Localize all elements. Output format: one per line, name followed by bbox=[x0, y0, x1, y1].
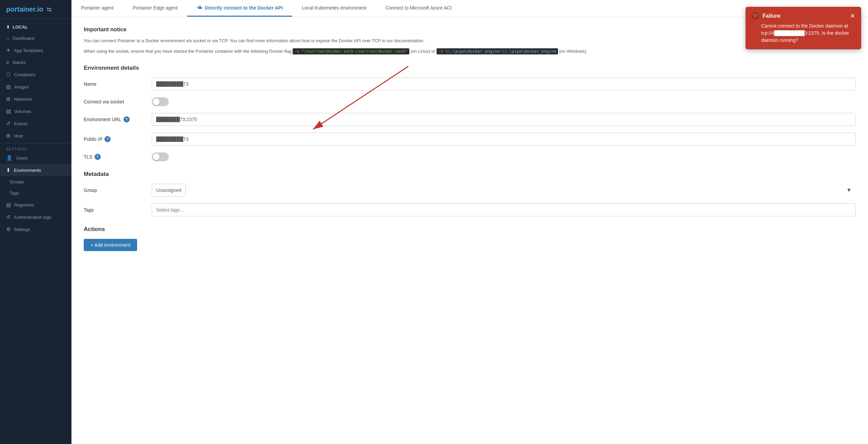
connect-socket-toggle[interactable] bbox=[152, 97, 169, 106]
sidebar-item-auth-logs[interactable]: ↺ Authentication logs bbox=[0, 211, 71, 223]
public-ip-input[interactable] bbox=[152, 133, 856, 146]
env-details-title: Environment details bbox=[84, 65, 856, 71]
logo-text: portainer.io bbox=[6, 5, 43, 13]
sidebar-label-networks: Networks bbox=[14, 97, 32, 102]
connect-socket-label: Connect via socket bbox=[84, 99, 152, 104]
tls-label: TLS ? bbox=[84, 154, 152, 160]
environments-icon: ⬇ bbox=[6, 167, 11, 173]
important-notice-section: Important notice You can connect Portain… bbox=[84, 27, 856, 55]
tab-portainer-agent-label: Portainer agent bbox=[81, 5, 114, 11]
sidebar-item-images[interactable]: ▤ Images bbox=[0, 81, 71, 93]
tab-portainer-edge-agent[interactable]: Portainer Edge agent bbox=[123, 0, 187, 17]
images-icon: ▤ bbox=[6, 84, 11, 90]
group-row: Group Unassigned ▼ bbox=[84, 184, 856, 197]
sidebar-item-dashboard[interactable]: ⌂ Dashboard bbox=[0, 32, 71, 44]
tab-local-kubernetes-label: Local Kubernetes environment bbox=[302, 5, 366, 11]
toast-close-button[interactable]: ✕ bbox=[850, 13, 855, 19]
notice-code-1: -v "/var/run/docker.sock:/var/run/docker… bbox=[293, 48, 409, 54]
shield-icon: 🛡 bbox=[752, 12, 759, 20]
sidebar-label-registries: Registries bbox=[14, 202, 34, 208]
sidebar-item-containers[interactable]: ⬡ Containers bbox=[0, 68, 71, 81]
sidebar-item-users[interactable]: 👤 Users bbox=[0, 152, 71, 164]
tab-local-kubernetes[interactable]: Local Kubernetes environment bbox=[292, 0, 376, 17]
name-input[interactable] bbox=[152, 78, 856, 91]
sidebar-item-networks[interactable]: ⊞ Networks bbox=[0, 93, 71, 105]
sidebar-label-settings: Settings bbox=[14, 227, 30, 232]
notice-paragraph-1: You can connect Portainer to a Docker en… bbox=[84, 37, 856, 45]
connect-socket-row: Connect via socket bbox=[84, 97, 856, 106]
tags-input[interactable] bbox=[152, 203, 856, 216]
app-templates-icon: ✈ bbox=[6, 47, 11, 53]
tab-portainer-edge-agent-label: Portainer Edge agent bbox=[133, 5, 178, 11]
sidebar-item-tags[interactable]: Tags bbox=[0, 187, 71, 199]
containers-icon: ⬡ bbox=[6, 71, 11, 78]
tls-row: TLS ? bbox=[84, 152, 856, 161]
sidebar-item-registries[interactable]: ▤ Registries bbox=[0, 199, 71, 211]
group-select[interactable]: Unassigned bbox=[152, 184, 186, 197]
env-url-input[interactable] bbox=[152, 113, 856, 126]
host-icon: ⊞ bbox=[6, 133, 11, 139]
group-label: Group bbox=[84, 187, 152, 193]
sidebar-nav: ⬇ LOCAL ⌂ Dashboard ✈ App Templates ≡ St… bbox=[0, 19, 71, 238]
notice-code-2: -v \\.\pipe\docker_engine:\\.\pipe\docke… bbox=[437, 48, 558, 54]
events-icon: ↺ bbox=[6, 120, 11, 127]
public-ip-label: Public IP ? bbox=[84, 136, 152, 142]
main-content: Portainer agent Portainer Edge agent Dir… bbox=[71, 0, 868, 444]
sidebar-settings-section: SETTINGS bbox=[0, 145, 71, 152]
content-area: Important notice You can connect Portain… bbox=[71, 17, 868, 444]
sidebar-label-auth-logs: Authentication logs bbox=[14, 215, 51, 220]
sidebar-label-app-templates: App Templates bbox=[14, 48, 43, 53]
tls-thumb bbox=[153, 153, 160, 160]
tags-label: Tags bbox=[84, 207, 152, 213]
toast-message: Cannot connect to the Docker daemon at t… bbox=[752, 22, 855, 44]
sidebar-label-volumes: Volumes bbox=[14, 109, 31, 114]
env-url-help-icon[interactable]: ? bbox=[124, 116, 130, 122]
sidebar-label-dashboard: Dashboard bbox=[13, 36, 34, 41]
sidebar-label-groups: Groups bbox=[10, 179, 24, 184]
tls-toggle[interactable] bbox=[152, 152, 169, 161]
sidebar-item-environments[interactable]: ⬇ Environments bbox=[0, 164, 71, 176]
sidebar-label-environments: Environments bbox=[14, 168, 41, 173]
sidebar-item-settings[interactable]: ⚙ Settings bbox=[0, 223, 71, 235]
sidebar-label-tags: Tags bbox=[10, 191, 19, 196]
notice-title: Important notice bbox=[84, 27, 856, 33]
sidebar-label-users: Users bbox=[16, 155, 28, 161]
registries-icon: ▤ bbox=[6, 202, 11, 208]
sidebar-item-stacks[interactable]: ≡ Stacks bbox=[0, 56, 71, 68]
env-url-label: Environment URL ? bbox=[84, 116, 152, 122]
sidebar-label-stacks: Stacks bbox=[13, 60, 26, 65]
add-environment-button[interactable]: + Add environment bbox=[84, 239, 137, 251]
sidebar-divider-1 bbox=[0, 143, 71, 144]
volumes-icon: ▧ bbox=[6, 108, 11, 114]
auth-logs-icon: ↺ bbox=[6, 214, 11, 220]
connect-socket-thumb bbox=[153, 98, 160, 105]
env-url-row: Environment URL ? bbox=[84, 113, 856, 126]
stacks-icon: ≡ bbox=[6, 60, 9, 65]
tab-portainer-agent[interactable]: Portainer agent bbox=[71, 0, 123, 17]
tab-docker-api[interactable]: Directly connect to the Docker API bbox=[187, 0, 292, 17]
sidebar-label-host: Host bbox=[14, 133, 23, 138]
tab-docker-api-label: Directly connect to the Docker API bbox=[205, 5, 283, 11]
sidebar-label-images: Images bbox=[14, 84, 29, 89]
docker-icon bbox=[197, 5, 203, 11]
group-chevron-icon: ▼ bbox=[846, 187, 852, 193]
sidebar-item-host[interactable]: ⊞ Host bbox=[0, 130, 71, 142]
name-row: Name bbox=[84, 78, 856, 91]
tab-azure-aci[interactable]: Connect to Microsoft Azure ACI bbox=[376, 0, 461, 17]
sidebar-local-label: ⬇ LOCAL bbox=[0, 22, 71, 32]
sidebar-label-containers: Containers bbox=[14, 72, 35, 77]
sidebar-item-groups[interactable]: Groups bbox=[0, 176, 71, 187]
name-label: Name bbox=[84, 81, 152, 87]
failure-toast: 🛡 Failure ✕ Cannot connect to the Docker… bbox=[746, 7, 861, 49]
sidebar-label-events: Events bbox=[14, 121, 28, 126]
sidebar-item-events[interactable]: ↺ Events bbox=[0, 117, 71, 130]
sidebar-item-app-templates[interactable]: ✈ App Templates bbox=[0, 44, 71, 56]
actions-title: Actions bbox=[84, 226, 856, 233]
sidebar-logo: portainer.io ⇆ bbox=[0, 0, 71, 19]
toggle-sidebar-icon[interactable]: ⇆ bbox=[47, 6, 52, 13]
tls-help-icon[interactable]: ? bbox=[95, 154, 101, 160]
users-icon: 👤 bbox=[6, 155, 13, 161]
group-select-wrapper: Unassigned ▼ bbox=[152, 184, 856, 197]
sidebar-item-volumes[interactable]: ▧ Volumes bbox=[0, 105, 71, 117]
public-ip-help-icon[interactable]: ? bbox=[104, 136, 111, 142]
